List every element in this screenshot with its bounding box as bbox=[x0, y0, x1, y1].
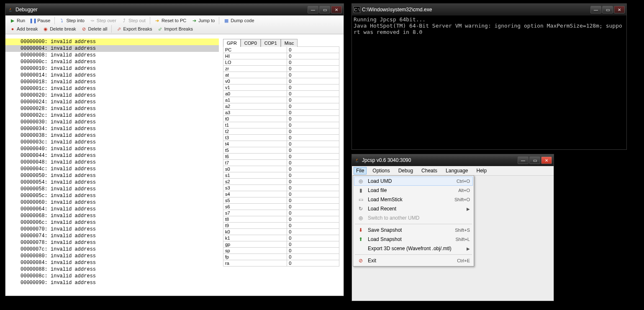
disasm-line[interactable]: 0000002c: invalid address bbox=[5, 112, 219, 119]
disasm-line[interactable]: 00000004: invalid address bbox=[5, 45, 219, 52]
delete-break-button[interactable]: ◉Delete break bbox=[41, 25, 77, 33]
register-row[interactable]: LO0 bbox=[223, 59, 339, 66]
menu-item-load-recent[interactable]: ↻Load Recent▶ bbox=[354, 204, 473, 213]
disasm-line[interactable]: 00000014: invalid address bbox=[5, 72, 219, 79]
disasm-line[interactable]: 0000008c: invalid address bbox=[5, 273, 219, 279]
disasm-line[interactable]: 0000000c: invalid address bbox=[5, 59, 219, 65]
register-row[interactable]: a20 bbox=[223, 103, 339, 110]
disasm-line[interactable]: 0000007c: invalid address bbox=[5, 246, 219, 253]
disasm-line[interactable]: 00000074: invalid address bbox=[5, 233, 219, 239]
register-row[interactable]: a30 bbox=[223, 110, 339, 116]
menu-help[interactable]: Help bbox=[474, 167, 490, 174]
cmd-output[interactable]: Running Jpcsp 64bit... Java HotSpot(TM) … bbox=[352, 15, 626, 149]
tab-cop1[interactable]: COP1 bbox=[261, 39, 281, 47]
disasm-line[interactable]: 00000030: invalid address bbox=[5, 119, 219, 126]
menu-cheats[interactable]: Cheats bbox=[419, 167, 440, 174]
debugger-titlebar[interactable]: Debugger — ▭ ✕ bbox=[5, 4, 344, 15]
run-button[interactable]: ▶Run bbox=[8, 17, 27, 24]
cmd-titlebar[interactable]: C:\ C:\Windows\system32\cmd.exe — ▭ ✕ bbox=[352, 4, 626, 15]
jpcsp-titlebar[interactable]: Jpcsp v0.6 3040:3090 — ▭ ✕ bbox=[352, 154, 554, 166]
disasm-line[interactable]: 00000024: invalid address bbox=[5, 99, 219, 105]
disasm-line[interactable]: 00000088: invalid address bbox=[5, 266, 219, 273]
tab-cop0[interactable]: COP0 bbox=[241, 39, 261, 47]
register-row[interactable]: v10 bbox=[223, 85, 339, 91]
menu-item-exit[interactable]: ⊘ExitCtrl+E bbox=[354, 256, 473, 265]
add-break-button[interactable]: ●Add break bbox=[8, 25, 39, 33]
step-over-button[interactable]: ⤼Step over bbox=[88, 17, 118, 24]
dump-code-button[interactable]: ▦Dump code bbox=[222, 17, 256, 24]
disasm-line[interactable]: 00000078: invalid address bbox=[5, 239, 219, 246]
import-breaks-button[interactable]: ⬃Import Breaks bbox=[155, 25, 194, 33]
menu-debug[interactable]: Debug bbox=[396, 167, 416, 174]
menu-item-load-memstick[interactable]: ▭Load MemStickShift+O bbox=[354, 195, 473, 204]
export-breaks-button[interactable]: ⬀Export Breaks bbox=[114, 25, 154, 33]
jump-to-button[interactable]: ➔Jump to bbox=[190, 17, 216, 24]
minimize-button[interactable]: — bbox=[308, 6, 318, 13]
disasm-line[interactable]: 00000050: invalid address bbox=[5, 172, 219, 179]
close-button[interactable]: ✕ bbox=[541, 156, 552, 164]
disasm-line[interactable]: 00000034: invalid address bbox=[5, 126, 219, 132]
disasm-line[interactable]: 0000005c: invalid address bbox=[5, 192, 219, 199]
register-row[interactable]: gp0 bbox=[223, 241, 339, 248]
register-row[interactable]: at0 bbox=[223, 72, 339, 78]
tab-gpr[interactable]: GPR bbox=[223, 39, 241, 47]
disasm-line[interactable]: 00000020: invalid address bbox=[5, 92, 219, 99]
register-row[interactable]: a00 bbox=[223, 91, 339, 97]
minimize-button[interactable]: — bbox=[590, 6, 601, 13]
register-row[interactable]: t70 bbox=[223, 160, 339, 166]
delete-all-button[interactable]: ⊘Delete all bbox=[80, 25, 109, 33]
step-into-button[interactable]: ⤵Step into bbox=[57, 17, 86, 24]
register-row[interactable]: s60 bbox=[223, 204, 339, 210]
maximize-button[interactable]: ▭ bbox=[319, 6, 330, 13]
register-row[interactable]: t10 bbox=[223, 122, 339, 128]
register-row[interactable]: PC0 bbox=[223, 47, 339, 53]
register-row[interactable]: ra0 bbox=[223, 260, 339, 266]
disasm-line[interactable]: 0000003c: invalid address bbox=[5, 139, 219, 146]
register-row[interactable]: sp0 bbox=[223, 248, 339, 254]
register-row[interactable]: t30 bbox=[223, 135, 339, 141]
register-row[interactable]: zr0 bbox=[223, 66, 339, 72]
disasm-line[interactable]: 0000004c: invalid address bbox=[5, 166, 219, 172]
tab-misc[interactable]: Misc bbox=[281, 39, 298, 47]
register-row[interactable]: t40 bbox=[223, 141, 339, 147]
register-row[interactable]: t00 bbox=[223, 116, 339, 122]
step-out-button[interactable]: ⤴Step out bbox=[120, 17, 147, 24]
disasm-line[interactable]: 0000001c: invalid address bbox=[5, 85, 219, 92]
register-row[interactable]: s40 bbox=[223, 191, 339, 197]
register-row[interactable]: s10 bbox=[223, 172, 339, 179]
close-button[interactable]: ✕ bbox=[331, 6, 342, 13]
menu-item-save-snapshot[interactable]: ⬇Save SnapshotShift+S bbox=[354, 225, 473, 235]
disasm-line[interactable]: 00000018: invalid address bbox=[5, 79, 219, 85]
disasm-line[interactable]: 00000040: invalid address bbox=[5, 146, 219, 152]
register-row[interactable]: t90 bbox=[223, 223, 339, 229]
pause-button[interactable]: ❚❚Pause bbox=[28, 17, 52, 24]
minimize-button[interactable]: — bbox=[518, 156, 529, 164]
menu-language[interactable]: Language bbox=[443, 167, 470, 174]
register-row[interactable]: t80 bbox=[223, 216, 339, 223]
disassembly-list[interactable]: 00000000: invalid address00000004: inval… bbox=[5, 34, 219, 292]
register-row[interactable]: s00 bbox=[223, 166, 339, 172]
menu-options[interactable]: Options bbox=[370, 167, 392, 174]
register-row[interactable]: s50 bbox=[223, 197, 339, 204]
register-row[interactable]: a10 bbox=[223, 97, 339, 103]
register-row[interactable]: k00 bbox=[223, 229, 339, 235]
register-row[interactable]: v00 bbox=[223, 78, 339, 85]
disasm-line[interactable]: 00000038: invalid address bbox=[5, 132, 219, 139]
disasm-line[interactable]: 00000028: invalid address bbox=[5, 105, 219, 112]
maximize-button[interactable]: ▭ bbox=[602, 6, 613, 13]
register-row[interactable]: fp0 bbox=[223, 254, 339, 260]
close-button[interactable]: ✕ bbox=[614, 6, 625, 13]
menu-file[interactable]: File bbox=[354, 167, 367, 174]
menu-item-load-umd[interactable]: ◎Load UMDCtrl+O bbox=[354, 177, 473, 186]
register-row[interactable]: t60 bbox=[223, 154, 339, 160]
maximize-button[interactable]: ▭ bbox=[529, 156, 540, 164]
register-row[interactable]: t20 bbox=[223, 128, 339, 135]
disasm-line[interactable]: 00000058: invalid address bbox=[5, 186, 219, 192]
disasm-line[interactable]: 00000070: invalid address bbox=[5, 226, 219, 233]
disasm-line[interactable]: 00000064: invalid address bbox=[5, 206, 219, 213]
disasm-line[interactable]: 00000080: invalid address bbox=[5, 253, 219, 259]
register-row[interactable]: s70 bbox=[223, 210, 339, 216]
reset-to-pc-button[interactable]: ➔Reset to PC bbox=[153, 17, 188, 24]
register-row[interactable]: k10 bbox=[223, 235, 339, 241]
disasm-line[interactable]: 00000090: invalid address bbox=[5, 279, 219, 286]
